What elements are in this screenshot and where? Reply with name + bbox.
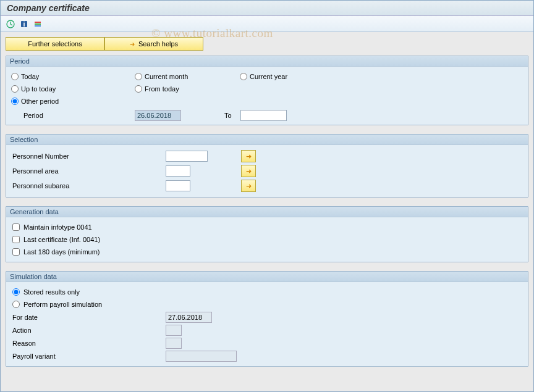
period-to-input[interactable] (240, 110, 287, 121)
radio-label: Stored results only (23, 288, 80, 296)
button-label: Further selections (28, 40, 82, 48)
payroll-variant-input[interactable] (166, 351, 237, 362)
period-label: Period (23, 112, 135, 119)
radio-today[interactable] (11, 73, 19, 80)
radio-label: Current month (145, 73, 188, 80)
radio-label: Up to today (21, 85, 56, 93)
radio-label: From today (145, 85, 179, 93)
group-title: Period (6, 56, 528, 67)
checkbox-label: Last certificate (Inf. 0041) (23, 236, 100, 243)
execute-icon[interactable] (6, 19, 15, 29)
content-area: Further selections Search helps Period T… (1, 32, 533, 392)
for-date-input[interactable] (166, 312, 212, 323)
personnel-area-input[interactable] (166, 165, 190, 177)
radio-up-to-today[interactable] (11, 85, 19, 93)
multi-selection-button[interactable]: ➜ (241, 180, 256, 192)
checkbox-label: Last 180 days (minimum) (23, 248, 100, 256)
checkbox-label: Maintain infotype 0041 (23, 223, 92, 231)
button-label: Search helps (138, 40, 178, 48)
last-certificate-checkbox[interactable] (12, 236, 20, 243)
page-title: Company certificate (7, 3, 527, 13)
field-label: Action (11, 327, 166, 334)
field-label: For date (11, 314, 166, 321)
title-bar: Company certificate (1, 1, 533, 16)
action-input[interactable] (166, 325, 182, 336)
radio-current-year[interactable] (240, 73, 247, 80)
field-label: Payroll variant (11, 352, 166, 360)
svg-rect-4 (35, 23, 41, 25)
radio-label: Today (21, 73, 39, 80)
reason-input[interactable] (166, 338, 182, 349)
svg-rect-5 (35, 25, 41, 27)
simulation-groupbox: Simulation data Stored results only Perf… (6, 271, 528, 367)
radio-other-period[interactable] (11, 98, 19, 105)
group-title: Selection (6, 135, 528, 145)
field-label: Personnel area (11, 167, 166, 175)
variant-icon[interactable] (33, 19, 43, 29)
svg-rect-3 (35, 22, 41, 23)
personnel-subarea-input[interactable] (166, 180, 190, 191)
multi-selection-button[interactable]: ➜ (241, 150, 256, 162)
multi-selection-button[interactable]: ➜ (241, 165, 256, 177)
period-groupbox: Period Today Current month Current year … (6, 56, 528, 125)
radio-stored-results[interactable] (12, 288, 20, 296)
maintain-0041-checkbox[interactable] (12, 223, 20, 231)
button-row: Further selections Search helps (6, 37, 528, 51)
search-helps-button[interactable]: Search helps (104, 37, 203, 51)
to-label: To (224, 112, 232, 119)
radio-label: Current year (250, 73, 287, 80)
radio-from-today[interactable] (135, 85, 142, 93)
field-label: Personnel subarea (11, 182, 166, 190)
generation-groupbox: Generation data Maintain infotype 0041 L… (6, 206, 528, 262)
svg-text:i: i (23, 20, 25, 28)
last-180-days-checkbox[interactable] (12, 248, 20, 256)
period-from-input[interactable] (135, 110, 181, 121)
field-label: Reason (11, 340, 166, 347)
app-toolbar: i (1, 16, 533, 32)
info-icon[interactable]: i (19, 19, 29, 29)
radio-perform-simulation[interactable] (12, 301, 20, 308)
personnel-number-input[interactable] (166, 151, 208, 162)
group-title: Generation data (6, 207, 528, 217)
field-label: Personnel Number (11, 152, 166, 160)
further-selections-button[interactable]: Further selections (6, 37, 104, 51)
radio-label: Perform payroll simulation (23, 301, 102, 308)
group-title: Simulation data (6, 272, 528, 282)
radio-current-month[interactable] (135, 73, 142, 80)
selection-groupbox: Selection Personnel Number ➜ Personnel a… (6, 134, 528, 198)
radio-label: Other period (21, 98, 59, 105)
